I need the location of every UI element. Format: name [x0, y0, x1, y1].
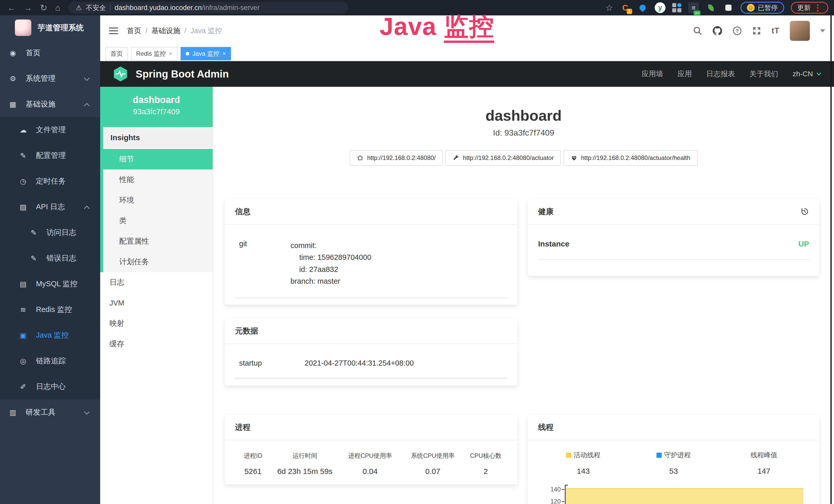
log-icon: ▨ [19, 203, 28, 211]
sba-menu-details[interactable]: 细节 [103, 149, 213, 169]
sba-content: dashboard 93a3fc7f7409 Insights 细节 性能 环境… [100, 87, 834, 504]
breadcrumb-infra[interactable]: 基础设施 [152, 26, 180, 36]
sidebar-item-redis-monitor[interactable]: ≋ Redis 监控 [0, 297, 100, 322]
endpoint-home-link[interactable]: http://192.168.0.2:48080/ [350, 150, 443, 166]
sba-menu-logs[interactable]: 日志 [100, 272, 213, 293]
sidebar-item-label: API 日志 [36, 202, 65, 212]
sba-menu-jvm[interactable]: JVM [100, 293, 213, 313]
chart-plot-area [565, 485, 805, 504]
chevron-down-icon [815, 71, 822, 77]
sidebar-item-mysql-monitor[interactable]: ▤ MySQL 监控 [0, 271, 100, 297]
column-header: 运行时间 [292, 452, 317, 460]
caret-down-icon[interactable] [820, 29, 825, 32]
sba-nav-wallboard[interactable]: 应用墙 [642, 69, 663, 79]
dashboard-icon: ◉ [8, 49, 18, 57]
extension-grid-icon[interactable] [672, 3, 681, 12]
cell-value: 0.07 [425, 467, 440, 476]
sidebar-item-system[interactable]: ⚙ 系统管理 [0, 66, 100, 91]
live-threads-area-series [566, 488, 804, 504]
app-logo-image [15, 20, 31, 36]
tab-label: Java 监控 [192, 49, 219, 58]
endpoint-url: http://192.168.0.2:48080/ [367, 154, 436, 161]
sidebar-item-java-monitor[interactable]: ▣ Java 监控 [0, 322, 100, 348]
sba-menu-scheduled-tasks[interactable]: 计划任务 [103, 252, 213, 272]
sba-menu-environment[interactable]: 环境 [103, 190, 213, 210]
extensions-puzzle-icon[interactable] [723, 2, 734, 13]
reload-icon[interactable]: ↻ [40, 3, 47, 12]
sba-nav-journal[interactable]: 日志报表 [706, 69, 735, 79]
insights-group: Insights 细节 性能 环境 类 配置属性 计划任务 [100, 127, 213, 272]
instance-id: 93a3fc7f7409 [100, 107, 213, 116]
extension-y-icon[interactable]: y [655, 2, 665, 13]
sidebar-item-home[interactable]: ◉ 首页 [0, 40, 100, 66]
sidebar-item-api-logs[interactable]: ▨ API 日志 [0, 194, 100, 220]
process-col-uptime: 运行时间 6d 23h 15m 59s [271, 452, 339, 476]
instance-label: Instance [538, 239, 569, 248]
extension-leaf-icon[interactable] [706, 2, 716, 13]
not-secure-label[interactable]: 不安全 [86, 3, 106, 12]
emoji-face-icon: ☺ [747, 4, 755, 12]
update-button[interactable]: 更新⋮ [791, 2, 828, 14]
edit-icon: ✎ [29, 229, 38, 237]
status-badge: UP [798, 239, 809, 248]
sba-nav-about[interactable]: 关于我们 [749, 69, 778, 79]
tab-java-monitor[interactable]: Java 监控× [180, 47, 231, 60]
app-logo[interactable]: 芋道管理系统 [0, 16, 100, 40]
annotation-word2: 监控 [444, 13, 494, 43]
tab-home[interactable]: 首页 [105, 47, 128, 60]
git-time-line: time: 1596289704000 [290, 251, 371, 263]
metadata-key: startup [235, 359, 305, 367]
endpoint-url: http://192.168.0.2:48080/actuator/health [581, 154, 690, 161]
sidebar-item-infra[interactable]: ▦ 基础设施 [0, 91, 100, 117]
help-icon[interactable]: ? [732, 26, 742, 36]
sidebar-item-tracing[interactable]: ◎ 链路追踪 [0, 348, 100, 374]
fullscreen-icon[interactable] [752, 26, 761, 36]
window-scrollbar[interactable] [830, 16, 832, 504]
sba-menu-caches[interactable]: 缓存 [100, 334, 213, 354]
text-size-icon[interactable]: tT [772, 26, 780, 36]
back-icon[interactable]: ← [7, 3, 16, 12]
github-icon[interactable] [712, 26, 722, 36]
process-col-cores: CPU核心数 2 [464, 452, 507, 476]
sidebar-item-scheduled-jobs[interactable]: ◷ 定时任务 [0, 168, 100, 194]
close-icon[interactable]: × [169, 50, 172, 57]
tab-redis-monitor[interactable]: Redis 监控× [131, 47, 177, 60]
sba-main: dashboard Id: 93a3fc7f7409 http://192.16… [213, 87, 834, 504]
sba-menu-config-props[interactable]: 配置属性 [103, 231, 213, 252]
extension-list-icon[interactable]: ≡on [688, 2, 699, 13]
extension-colorzilla-icon[interactable]: C1 [620, 2, 631, 13]
forward-icon[interactable]: → [24, 3, 32, 12]
sidebar-item-config-manage[interactable]: ✎ 配置管理 [0, 143, 100, 168]
cell-value: 5261 [244, 467, 262, 476]
bookmark-star-icon[interactable]: ☆ [606, 3, 613, 13]
hamburger-icon[interactable] [109, 27, 118, 34]
sba-menu-metrics[interactable]: 性能 [103, 169, 213, 190]
breadcrumb-separator: / [146, 27, 148, 35]
url-text[interactable]: dashboard.yudao.iocoder.cn/infra/admin-s… [114, 4, 259, 12]
endpoint-health-link[interactable]: http://192.168.0.2:48080/actuator/health [564, 150, 698, 166]
legend-label: 线程峰值 [750, 451, 777, 460]
sba-menu-classes[interactable]: 类 [103, 210, 213, 231]
sidebar-item-log-center[interactable]: ✐ 日志中心 [0, 374, 100, 399]
search-icon[interactable] [693, 26, 702, 36]
endpoint-links: http://192.168.0.2:48080/ http://192.168… [213, 150, 834, 166]
sidebar-item-error-logs[interactable]: ✎ 错误日志 [0, 246, 100, 271]
browser-home-icon[interactable]: ⌂ [55, 3, 61, 12]
sba-locale-select[interactable]: zh-CN [793, 70, 822, 78]
sidebar-item-file-manage[interactable]: ☁ 文件管理 [0, 117, 100, 143]
sba-menu-mappings[interactable]: 映射 [100, 313, 213, 334]
extension-pin-icon[interactable] [637, 2, 648, 13]
endpoint-actuator-link[interactable]: http://192.168.0.2:48080/actuator [445, 150, 561, 166]
breadcrumb-home[interactable]: 首页 [127, 26, 141, 36]
address-bar[interactable]: ⚠ 不安全 dashboard.yudao.iocoder.cn/infra/a… [68, 2, 348, 14]
sba-instance-header[interactable]: dashboard 93a3fc7f7409 [100, 87, 213, 127]
history-icon[interactable] [800, 207, 809, 216]
sidebar-item-dev-tools[interactable]: ▥ 研发工具 [0, 399, 100, 425]
sidebar-item-access-logs[interactable]: ✎ 访问日志 [0, 220, 100, 246]
paused-badge[interactable]: ☺已暂停 [741, 2, 784, 14]
user-avatar[interactable] [790, 21, 810, 41]
close-icon[interactable]: × [222, 50, 226, 57]
sba-nav-applications[interactable]: 应用 [678, 69, 692, 79]
screen: ← → ↻ ⌂ ⚠ 不安全 dashboard.yudao.iocoder.cn… [0, 0, 834, 504]
browser-menu-icon[interactable]: ⋮ [814, 3, 822, 13]
